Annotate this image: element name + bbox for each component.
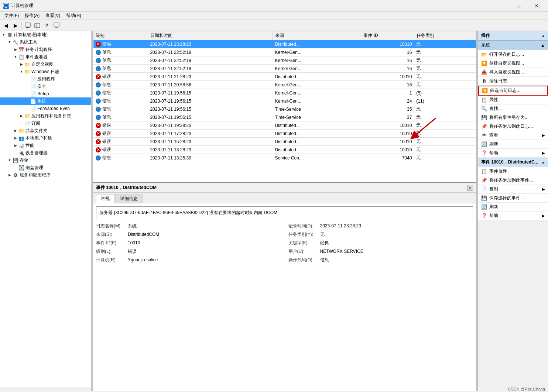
tree-item-devmgr[interactable]: 🔌设备管理器 — [0, 149, 91, 157]
cell-datetime: 2023-07-11 17:28:23 — [148, 130, 273, 138]
right-item-4[interactable]: 🔄刷新 — [478, 203, 548, 212]
tree-item-svcapp[interactable]: ▶⚙服务和应用程序 — [0, 171, 91, 179]
tree-arrow-perf[interactable]: ▶ — [13, 142, 18, 148]
right-item-6[interactable]: 🔍查找... — [478, 104, 548, 113]
tree-arrow-shared[interactable]: ▶ — [13, 128, 18, 134]
tree-item-winlogs[interactable]: ▼📁Windows 日志 — [0, 68, 91, 75]
right-item-7[interactable]: 💾将所有事件另存为... — [478, 113, 548, 122]
right-item-icon-2: 📥 — [481, 69, 487, 75]
tree-icon-systools: 🔧 — [13, 39, 18, 45]
tree-item-eventviewer[interactable]: ▼📋事件查看器 — [0, 53, 91, 61]
tree-arrow-customviews[interactable]: ▶ — [18, 61, 24, 67]
table-row[interactable]: ✕错误2023-07-11 23:28:23Distributed...1001… — [93, 40, 476, 48]
label-source: 来源(S): — [96, 231, 126, 238]
tree-item-shared[interactable]: ▶📁共享文件夹 — [0, 127, 91, 134]
cell-level: i信息 — [93, 154, 148, 162]
tree-arrow-winlogs[interactable]: ▼ — [18, 69, 24, 75]
table-row[interactable]: i信息2023-07-11 19:56:15Time-Service37无 — [93, 113, 476, 121]
tree-item-localusers[interactable]: ▶👥本地用户和组 — [0, 134, 91, 142]
table-row[interactable]: ✕错误2023-07-11 21:28:23Distributed...1001… — [93, 73, 476, 81]
forward-button[interactable]: ▶ — [11, 21, 20, 30]
tree-item-app[interactable]: 📄应用程序 — [0, 75, 91, 83]
tree-arrow-eventviewer[interactable]: ▼ — [13, 54, 18, 60]
right-item-icon-1: 🔽 — [481, 61, 487, 66]
table-row[interactable]: ✕错误2023-07-11 15:28:23Distributed...1001… — [93, 138, 476, 146]
minimize-button[interactable]: ─ — [494, 0, 511, 12]
table-row[interactable]: ✕错误2023-07-11 13:28:23Distributed...1001… — [93, 146, 476, 154]
tree-item-system[interactable]: 📄系统 — [0, 97, 91, 105]
tree-label-subscriptions: 订阅 — [31, 120, 40, 127]
right-item-2[interactable]: 📥导入自定义视图... — [478, 68, 548, 77]
right-section-collapse-icon[interactable]: ▲ — [541, 160, 545, 164]
right-item-3[interactable]: 💾保存选择的事件... — [478, 194, 548, 203]
tree-arrow-svcapp[interactable]: ▶ — [7, 172, 13, 178]
right-item-0[interactable]: 📂打开保存的日志... — [478, 50, 548, 59]
tree-arrow-root[interactable]: ▼ — [1, 32, 7, 38]
tree-item-storage[interactable]: ▼💾存储 — [0, 157, 91, 164]
error-icon: ✕ — [96, 131, 101, 136]
table-row[interactable]: ✕错误2023-07-11 17:28:23Distributed...1001… — [93, 130, 476, 138]
menu-help[interactable]: 帮助(H) — [63, 12, 84, 20]
tab-general[interactable]: 常规 — [96, 194, 114, 203]
right-section-collapse-icon[interactable]: ▲ — [541, 34, 545, 38]
horizontal-scrollbar[interactable] — [0, 387, 91, 391]
cell-level: i信息 — [93, 105, 148, 113]
table-row[interactable]: i信息2023-07-11 22:52:19Kernel-Gen...16无 — [93, 65, 476, 73]
table-row[interactable]: i信息2023-07-11 20:58:56Kernel-Gen...16无 — [93, 81, 476, 89]
tree-item-security[interactable]: 📄安全 — [0, 83, 91, 90]
tree-arrow-storage[interactable]: ▼ — [7, 157, 13, 163]
cell-level: ✕错误 — [93, 146, 148, 154]
show-hide-button[interactable] — [33, 21, 42, 30]
right-item-3[interactable]: 🗑清除日志... — [478, 77, 548, 86]
help-button[interactable]: ? — [42, 21, 51, 30]
field-source: 来源(S): DistributedCOM — [96, 231, 281, 238]
tree-item-perf[interactable]: ▶📊性能 — [0, 142, 91, 149]
right-item-5[interactable]: 📋属性 — [478, 96, 548, 104]
tree-item-systools[interactable]: ▼🔧系统工具 — [0, 38, 91, 46]
maximize-button[interactable]: □ — [511, 0, 528, 12]
menu-action[interactable]: 操作(A) — [22, 12, 42, 20]
table-row[interactable]: i信息2023-07-11 19:56:15Kernel-Gen...24(11… — [93, 97, 476, 105]
detail-close-button[interactable]: ✕ — [467, 185, 473, 191]
tree-arrow-task[interactable]: ▶ — [13, 47, 18, 52]
tree-item-diskmgmt[interactable]: 💽磁盘管理 — [0, 164, 91, 171]
table-row[interactable]: i信息2023-07-11 22:52:19Kernel-Gen...16无 — [93, 56, 476, 65]
back-button[interactable]: ◀ — [1, 21, 10, 30]
right-item-11[interactable]: ❓帮助▶ — [478, 149, 548, 158]
table-row[interactable]: i信息2023-07-11 13:25:30Service Con...7040… — [93, 154, 476, 162]
right-item-9[interactable]: 👁查看▶ — [478, 131, 548, 140]
close-button[interactable]: ✕ — [528, 0, 545, 12]
menu-view[interactable]: 查看(V) — [42, 12, 63, 20]
right-item-10[interactable]: 🔄刷新 — [478, 140, 548, 149]
value-level: 错误 — [128, 248, 137, 255]
right-item-1[interactable]: 🔽创建自定义视图... — [478, 59, 548, 68]
up-button[interactable] — [23, 21, 32, 30]
tree-view: ▼🖥计算机管理(本地)▼🔧系统工具▶📅任务计划程序▼📋事件查看器▶📁自定义视图▼… — [0, 31, 91, 387]
tab-details[interactable]: 详细信息 — [115, 194, 143, 203]
right-subsection-collapse-icon[interactable]: ▲ — [541, 43, 545, 48]
right-item-2[interactable]: 📄复制▶ — [478, 185, 548, 194]
table-row[interactable]: i信息2023-07-11 19:56:15Time-Service35无 — [93, 105, 476, 113]
tree-item-applogs[interactable]: ▶📁应用程序和服务日志 — [0, 112, 91, 120]
info-icon: i — [96, 58, 101, 63]
tree-arrow-applogs[interactable]: ▶ — [18, 113, 24, 119]
right-item-1[interactable]: 📌将任务附加到此事件... — [478, 176, 548, 185]
export-button[interactable] — [52, 21, 61, 30]
right-item-5[interactable]: ❓帮助▶ — [478, 212, 548, 220]
tree-item-forwarded[interactable]: 📄Forwarded Even — [0, 105, 91, 112]
tree-item-setup[interactable]: 📄Setup — [0, 90, 91, 97]
tree-item-root[interactable]: ▼🖥计算机管理(本地) — [0, 31, 91, 38]
tree-item-customviews[interactable]: ▶📁自定义视图 — [0, 61, 91, 68]
right-item-0[interactable]: 📋事件属性 — [478, 167, 548, 176]
tree-arrow-localusers[interactable]: ▶ — [13, 135, 18, 141]
table-row[interactable]: i信息2023-07-11 19:56:15Kernel-Gen...1(5) — [93, 89, 476, 97]
table-row[interactable]: ✕错误2023-07-11 19:28:23Distributed...1001… — [93, 121, 476, 130]
tree-arrow-systools[interactable]: ▼ — [7, 39, 13, 45]
right-item-4[interactable]: 🔽筛选当前日志... — [478, 86, 548, 96]
info-icon: i — [96, 66, 101, 71]
tree-item-task[interactable]: ▶📅任务计划程序 — [0, 46, 91, 53]
tree-item-subscriptions[interactable]: 📄订阅 — [0, 120, 91, 127]
right-item-8[interactable]: 📌将任务附加到此日志... — [478, 122, 548, 131]
table-row[interactable]: i信息2023-07-11 22:52:19Kernel-Gen...16无 — [93, 48, 476, 56]
menu-file[interactable]: 文件(F) — [1, 12, 22, 20]
